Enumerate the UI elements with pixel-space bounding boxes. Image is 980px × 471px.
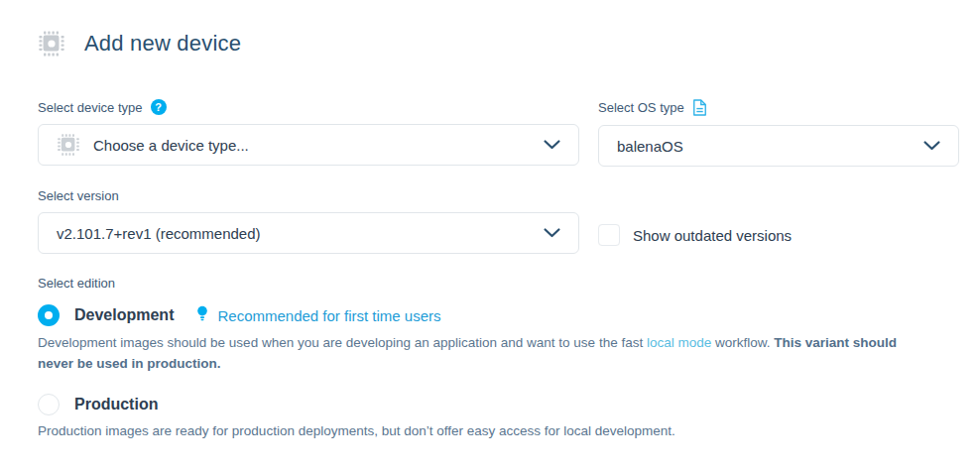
page-header: Add new device	[38, 30, 959, 58]
device-type-field: Select device type ?	[38, 99, 579, 167]
version-value: v2.101.7+rev1 (recommended)	[57, 225, 261, 242]
show-outdated-row: Show outdated versions	[598, 224, 959, 246]
chevron-down-icon	[544, 140, 560, 150]
production-description: Production images are ready for producti…	[38, 421, 935, 442]
production-radio[interactable]	[38, 394, 60, 415]
version-field: Select version v2.101.7+rev1 (recommende…	[38, 188, 579, 254]
chip-icon	[57, 133, 80, 157]
local-mode-link[interactable]: local mode	[647, 335, 711, 350]
show-outdated-label[interactable]: Show outdated versions	[633, 227, 792, 244]
device-type-placeholder: Choose a device type...	[93, 137, 249, 154]
row-device-os: Select device type ?	[38, 99, 959, 167]
chevron-down-icon	[923, 141, 940, 151]
row-version: Select version v2.101.7+rev1 (recommende…	[38, 188, 959, 254]
os-type-field: Select OS type balenaOS	[598, 99, 959, 167]
development-hint: Recommended for first time users	[196, 305, 440, 326]
version-select[interactable]: v2.101.7+rev1 (recommended)	[38, 212, 579, 254]
version-label: Select version	[38, 188, 119, 203]
show-outdated-checkbox[interactable]	[598, 224, 620, 246]
help-question-icon[interactable]: ?	[151, 99, 167, 115]
page-title: Add new device	[84, 31, 241, 57]
os-type-value: balenaOS	[617, 138, 683, 155]
outdated-versions-field: Show outdated versions	[598, 188, 959, 254]
development-radio-label[interactable]: Development	[74, 306, 174, 324]
production-radio-label[interactable]: Production	[74, 396, 158, 413]
edition-section: Select edition Development Recommended f…	[38, 276, 959, 442]
device-type-select[interactable]: Choose a device type...	[38, 124, 579, 166]
device-type-label: Select device type	[38, 100, 143, 115]
development-hint-text: Recommended for first time users	[217, 307, 440, 324]
development-desc-text: Development images should be used when y…	[38, 335, 647, 350]
edition-option-production: Production	[38, 394, 959, 415]
edition-option-development: Development Recommended for first time u…	[38, 304, 959, 326]
development-radio[interactable]	[38, 304, 60, 326]
os-type-label-row: Select OS type	[598, 99, 959, 116]
lightbulb-icon	[196, 305, 208, 326]
development-description: Development images should be used when y…	[38, 333, 935, 375]
development-desc-text: workflow.	[711, 335, 774, 350]
edition-label: Select edition	[38, 276, 115, 291]
document-icon[interactable]	[692, 99, 707, 116]
add-device-page: Add new device Select device type ?	[0, 0, 980, 442]
os-type-select[interactable]: balenaOS	[598, 125, 959, 167]
os-type-label: Select OS type	[598, 100, 684, 115]
version-label-row: Select version	[38, 188, 579, 203]
device-type-label-row: Select device type ?	[38, 99, 579, 115]
chip-icon	[38, 30, 65, 58]
chevron-down-icon	[544, 228, 560, 238]
edition-label-row: Select edition	[38, 276, 959, 291]
